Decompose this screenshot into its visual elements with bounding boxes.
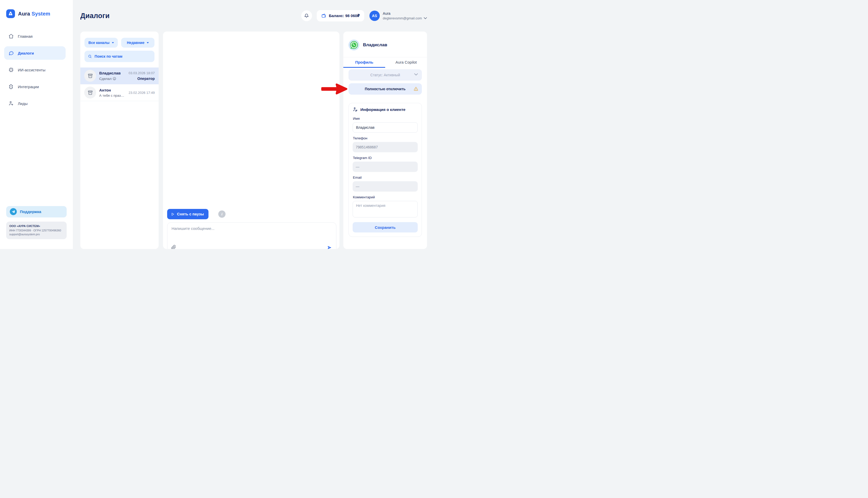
chat-preview: А тебя с праз…	[99, 94, 125, 97]
client-panel: Владислав Профиль Aura Copilot Статус: А…	[343, 31, 427, 249]
archive-box-icon	[87, 73, 93, 79]
sidebar: Aura System Главная Диалоги ИИ-ассистент…	[0, 0, 73, 249]
sidebar-item-label: Интеграции	[18, 84, 39, 89]
whatsapp-icon	[349, 40, 360, 50]
telegram-icon	[10, 208, 17, 215]
sort-filter-label: Недавние	[127, 41, 145, 45]
company-info-card: ООО «АУРА СИСТЕМ» ИНН 7730344399 · ОГРН …	[6, 222, 67, 239]
archive-box-icon	[87, 90, 93, 96]
fully-disable-label: Полностью отключить	[365, 87, 406, 91]
status-dropdown[interactable]: Статус: Активный	[349, 69, 422, 81]
client-header: Владислав	[343, 31, 427, 57]
sidebar-item-label: Главная	[18, 34, 32, 39]
chat-bubble-icon	[8, 50, 14, 56]
field-label-name: Имя	[353, 117, 418, 120]
channels-filter-dropdown[interactable]: Все каналы	[84, 38, 118, 48]
fully-disable-button[interactable]: Полностью отключить	[349, 83, 422, 95]
company-registration: ИНН 7730344399 · ОГРН 1257700496360	[9, 228, 64, 233]
chat-avatar	[84, 70, 96, 82]
user-name: Aura	[383, 11, 427, 15]
client-name: Владислав	[363, 42, 387, 48]
sidebar-item-home[interactable]: Главная	[4, 29, 66, 43]
paperclip-icon[interactable]	[171, 245, 176, 249]
support-label: Поддержка	[20, 209, 41, 214]
field-label-phone: Телефон	[353, 136, 418, 140]
main-area: Диалоги Баланс: 98 060₽ AS Aura degterev…	[73, 0, 434, 249]
chat-search-input[interactable]	[95, 54, 151, 58]
balance-label: Баланс: 98 060₽	[329, 13, 360, 18]
message-input[interactable]	[172, 226, 332, 240]
client-tabs: Профиль Aura Copilot	[343, 57, 427, 68]
tab-aura-copilot[interactable]: Aura Copilot	[385, 57, 427, 68]
tab-profile[interactable]: Профиль	[343, 57, 385, 68]
sidebar-item-label: Диалоги	[18, 51, 34, 55]
comment-field[interactable]	[353, 201, 418, 218]
chat-row-texts: Антон А тебя с праз…	[99, 88, 125, 97]
status-label: Статус: Активный	[370, 73, 400, 77]
info-icon[interactable]: i	[218, 210, 226, 218]
chat-operator-badge: Оператор	[128, 77, 155, 81]
chat-list-panel: Все каналы Недавние	[80, 31, 159, 249]
client-info-header: Информация о клиенте	[353, 107, 418, 112]
chip-icon	[8, 67, 14, 73]
send-icon[interactable]	[327, 245, 332, 249]
balance-button[interactable]: Баланс: 98 060₽	[317, 10, 364, 22]
chat-row-anton[interactable]: Антон А тебя с праз… 23.02.2026 17:49	[80, 84, 159, 101]
field-label-telegram-id: Telegram ID	[353, 156, 418, 160]
page-title: Диалоги	[80, 12, 110, 20]
company-email: support@aurasystem.pro	[9, 233, 64, 236]
caret-down-icon	[147, 42, 149, 43]
warning-triangle-icon	[413, 87, 418, 91]
chat-filters: Все каналы Недавние	[84, 38, 154, 48]
resume-from-pause-button[interactable]: Снять с паузы	[167, 209, 208, 219]
chat-area: Снять с паузы i	[163, 31, 339, 249]
save-button[interactable]: Сохранить	[353, 222, 418, 233]
notifications-button[interactable]	[301, 10, 312, 21]
chat-preview: Сделал 😉	[99, 77, 125, 81]
sidebar-item-integrations[interactable]: Интеграции	[4, 80, 66, 93]
chevron-down-icon	[424, 17, 427, 19]
name-field[interactable]	[353, 122, 418, 133]
sidebar-item-dialogs[interactable]: Диалоги	[4, 46, 66, 60]
sidebar-nav: Главная Диалоги ИИ-ассистенты Интеграции…	[0, 29, 73, 114]
search-icon	[88, 54, 92, 59]
user-plus-icon	[8, 101, 14, 106]
chat-avatar	[84, 87, 96, 99]
sidebar-item-leads[interactable]: Лиды	[4, 97, 66, 110]
telegram-id-field: —	[353, 161, 418, 172]
chat-date: 23.02.2026 17:49	[128, 91, 155, 95]
top-header: Диалоги Баланс: 98 060₽ AS Aura degterev…	[80, 0, 427, 31]
sidebar-item-label: ИИ-ассистенты	[18, 68, 45, 72]
chat-row-texts: Владислав Сделал 😉	[99, 71, 125, 81]
client-info-card: Информация о клиенте Имя Телефон 7985146…	[349, 103, 422, 237]
app-root: Aura System Главная Диалоги ИИ-ассистент…	[0, 0, 434, 249]
chat-date: 03.03.2026 18:07	[128, 71, 155, 75]
support-button[interactable]: Поддержка	[6, 206, 67, 218]
brand-secondary: System	[31, 11, 50, 16]
chat-row-meta: 03.03.2026 18:07 Оператор	[128, 71, 155, 81]
field-label-email: Email	[353, 175, 418, 180]
chat-name: Владислав	[99, 71, 125, 75]
brand-logo[interactable]: Aura System	[6, 9, 73, 18]
message-composer	[167, 222, 336, 249]
sidebar-item-ai-assistants[interactable]: ИИ-ассистенты	[4, 63, 66, 77]
user-email: degterevsmm@gmail.com	[383, 16, 422, 20]
channels-filter-label: Все каналы	[89, 41, 109, 45]
resume-label: Снять с паузы	[177, 212, 204, 216]
chat-row-vladislav[interactable]: Владислав Сделал 😉 03.03.2026 18:07 Опер…	[80, 67, 159, 84]
sidebar-item-label: Лиды	[18, 101, 28, 106]
brand-primary: Aura	[18, 11, 30, 16]
email-field: —	[353, 181, 418, 192]
phone-field: 79851468687	[353, 142, 418, 152]
chat-rows: Владислав Сделал 😉 03.03.2026 18:07 Опер…	[80, 67, 159, 101]
puzzle-icon	[8, 84, 14, 90]
field-label-comment: Комментарий	[353, 195, 418, 199]
sort-filter-dropdown[interactable]: Недавние	[121, 38, 154, 48]
chat-row-meta: 23.02.2026 17:49	[128, 91, 155, 95]
user-menu-trigger[interactable]: degterevsmm@gmail.com	[383, 16, 427, 20]
caret-down-icon	[112, 42, 114, 43]
content-row: Все каналы Недавние	[80, 31, 427, 249]
user-avatar[interactable]: AS	[369, 11, 380, 21]
user-edit-icon	[353, 107, 358, 112]
wallet-icon	[321, 13, 326, 18]
